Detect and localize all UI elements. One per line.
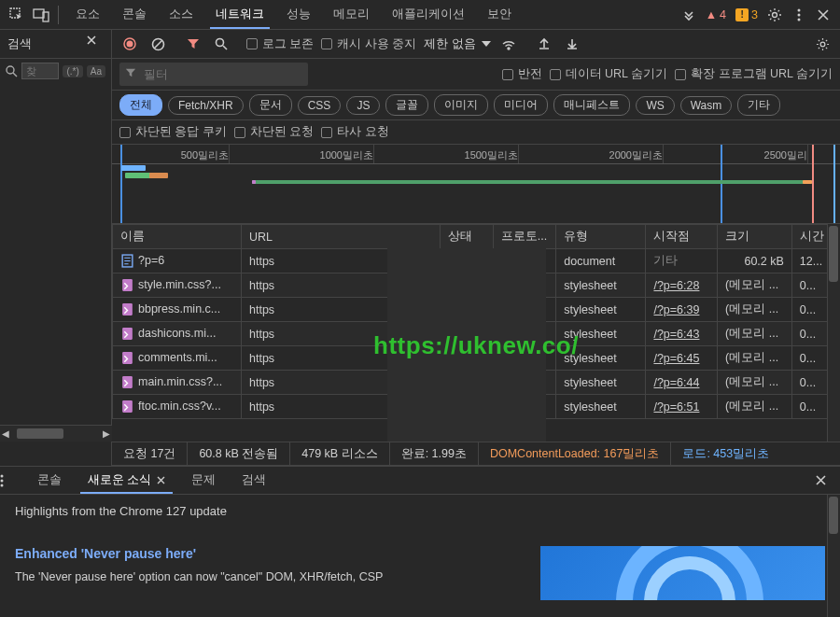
cell-protocol: h2 (493, 322, 555, 346)
upload-har-icon[interactable] (534, 34, 554, 54)
search-input[interactable] (21, 63, 59, 79)
table-row[interactable]: bbpress.min.c...https200h2stylesheet/?p=… (113, 298, 840, 322)
type-pill-문서[interactable]: 문서 (249, 94, 292, 116)
warning-issues[interactable]: ! 3 (735, 8, 758, 21)
table-row[interactable]: comments.mi...https200h2stylesheet/?p=6:… (113, 346, 840, 371)
cell-size: 60.2 kB (718, 249, 792, 273)
cell-initiator[interactable]: /?p=6:43 (646, 322, 718, 346)
preserve-log-checkbox[interactable]: 로그 보존 (246, 36, 314, 52)
column-header[interactable]: 시작점 (646, 225, 718, 249)
drawer-tab-새로운 소식[interactable]: 새로운 소식 (75, 467, 178, 494)
search-network-icon[interactable] (211, 34, 231, 54)
cell-initiator[interactable]: /?p=6:44 (646, 371, 718, 395)
table-row[interactable]: main.min.css?...https200h2stylesheet/?p=… (113, 371, 840, 395)
record-button[interactable] (119, 34, 140, 54)
device-toolbar-icon[interactable] (30, 4, 52, 26)
clear-button[interactable] (147, 34, 168, 54)
type-pill-이미지[interactable]: 이미지 (434, 94, 488, 116)
column-header[interactable]: 상태 (440, 225, 493, 249)
download-har-icon[interactable] (562, 34, 582, 54)
regex-toggle[interactable]: (.*) (63, 65, 82, 77)
column-header[interactable]: 프로토... (493, 225, 555, 249)
close-search-panel-icon[interactable] (87, 35, 104, 52)
cell-initiator[interactable]: /?p=6:39 (646, 298, 718, 322)
close-drawer-tab-icon[interactable] (157, 476, 165, 484)
hide-ext-urls-checkbox[interactable]: 확장 프로그램 URL 숨기기 (675, 66, 833, 82)
type-pill-매니페스트[interactable]: 매니페스트 (553, 94, 630, 116)
disable-cache-checkbox[interactable]: 캐시 사용 중지 (321, 36, 416, 52)
network-conditions-icon[interactable] (498, 34, 519, 54)
inspect-icon[interactable] (6, 4, 28, 26)
third-party-checkbox[interactable]: 타사 요청 (321, 124, 388, 140)
cell-initiator[interactable]: /?p=6:51 (646, 395, 718, 419)
cell-type: stylesheet (556, 322, 646, 346)
cell-initiator[interactable]: /?p=6:45 (646, 346, 718, 371)
cell-initiator[interactable]: 기타 (646, 249, 718, 273)
column-header[interactable]: 크기 (718, 225, 792, 249)
type-pill-기타[interactable]: 기타 (737, 94, 780, 116)
main-tab-보안[interactable]: 보안 (476, 0, 523, 29)
table-row[interactable]: ftoc.min.css?v...https200h2stylesheet/?p… (113, 395, 840, 419)
status-finish: 완료: 1.99초 (390, 442, 479, 465)
table-vertical-scrollbar[interactable] (827, 224, 840, 466)
search-side-panel: 검색 (.*) Aa (0, 30, 112, 466)
type-pill-WS[interactable]: WS (636, 96, 674, 115)
network-settings-gear-icon[interactable] (812, 34, 833, 54)
type-pill-Wasm[interactable]: Wasm (680, 96, 733, 115)
column-header[interactable]: 유형 (556, 225, 646, 249)
invert-checkbox[interactable]: 반전 (502, 66, 542, 82)
drawer-vertical-scrollbar[interactable] (827, 495, 840, 617)
filter-toggle-icon[interactable] (183, 34, 203, 54)
type-pill-CSS[interactable]: CSS (298, 96, 342, 115)
table-row[interactable]: style.min.css?...https200h2stylesheet/?p… (113, 273, 840, 298)
throttle-select[interactable]: 제한 없음 (424, 36, 490, 52)
hide-data-urls-checkbox[interactable]: 데이터 URL 숨기기 (550, 66, 668, 82)
cell-url: https (242, 273, 441, 298)
main-tab-성능[interactable]: 성능 (275, 0, 322, 29)
status-resources: 479 kB 리소스 (290, 442, 389, 465)
search-panel-title: 검색 (7, 36, 32, 52)
main-tab-메모리[interactable]: 메모리 (322, 0, 381, 29)
cell-type: stylesheet (556, 273, 646, 298)
match-case-toggle[interactable]: Aa (87, 65, 105, 77)
blocked-requests-checkbox[interactable]: 차단된 요청 (234, 124, 314, 140)
cell-url: https (242, 249, 441, 273)
drawer-tab-콘솔[interactable]: 콘솔 (24, 467, 75, 494)
timeline-tick: 2000밀리초 (609, 148, 663, 162)
main-tab-요소[interactable]: 요소 (64, 0, 111, 29)
svg-rect-20 (122, 328, 133, 340)
table-row[interactable]: ?p=6https200h2document기타60.2 kB12... (113, 249, 840, 273)
column-header[interactable]: 이름 (113, 225, 242, 249)
main-tab-애플리케이션[interactable]: 애플리케이션 (381, 0, 476, 29)
main-tab-콘솔[interactable]: 콘솔 (111, 0, 158, 29)
waterfall-overview[interactable]: 500밀리초1000밀리초1500밀리초2000밀리초2500밀리 (112, 145, 840, 224)
close-devtools-icon[interactable] (812, 4, 834, 26)
network-toolbar: 로그 보존 캐시 사용 중지 제한 없음 (112, 30, 840, 59)
kebab-menu-icon[interactable] (788, 4, 810, 26)
blocked-response-cookies-checkbox[interactable]: 차단된 응답 쿠키 (119, 124, 227, 140)
main-tab-소스[interactable]: 소스 (158, 0, 204, 29)
type-pill-Fetch/XHR[interactable]: Fetch/XHR (168, 96, 244, 115)
type-pill-JS[interactable]: JS (346, 96, 380, 115)
column-header[interactable]: URL (242, 225, 441, 249)
search-horizontal-scrollbar[interactable]: ◀ ▶ (0, 425, 112, 442)
close-drawer-icon[interactable] (816, 475, 840, 485)
cell-initiator[interactable]: /?p=6:28 (646, 273, 718, 298)
type-pill-미디어[interactable]: 미디어 (494, 94, 548, 116)
svg-point-4 (798, 8, 801, 11)
status-domcontentloaded: DOMContentLoaded: 167밀리초 (479, 442, 671, 465)
warning-errors[interactable]: ▲4 (706, 8, 726, 21)
cell-url: https (242, 322, 441, 346)
drawer-kebab-icon[interactable] (0, 474, 24, 487)
filter-input[interactable] (119, 63, 308, 86)
type-pill-전체[interactable]: 전체 (119, 94, 162, 116)
table-row[interactable]: dashicons.mi...https200h2stylesheet/?p=6… (113, 322, 840, 346)
whatsnew-section-title[interactable]: Enhanced 'Never pause here' (15, 546, 512, 561)
drawer-tab-문제[interactable]: 문제 (178, 467, 229, 494)
more-tabs-chevron-icon[interactable] (678, 4, 700, 26)
main-tab-네트워크[interactable]: 네트워크 (204, 0, 275, 29)
type-pill-글꼴[interactable]: 글꼴 (385, 94, 428, 116)
cell-type: stylesheet (556, 371, 646, 395)
settings-gear-icon[interactable] (763, 4, 786, 26)
drawer-tab-검색[interactable]: 검색 (229, 467, 279, 494)
